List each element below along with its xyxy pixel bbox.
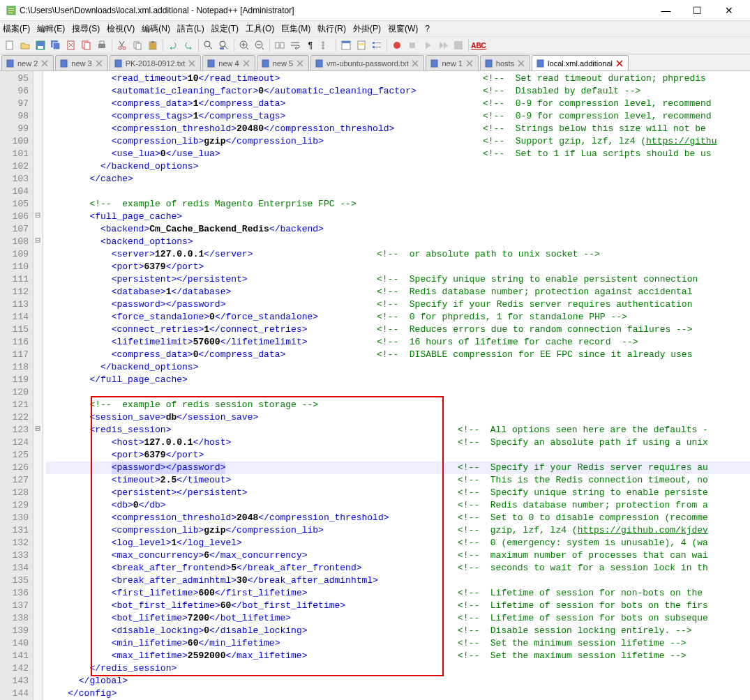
code-line[interactable]: </full_page_cache> (46, 374, 750, 386)
fold-gutter[interactable]: ⊟⊟⊟ (33, 71, 43, 700)
code-line[interactable]: <port>6379</port> (46, 261, 750, 273)
code-line[interactable]: </global> (46, 675, 750, 687)
minimize-button[interactable]: — (650, 1, 682, 20)
code-line[interactable]: <compress_data>0</compress_data><!-- DIS… (46, 349, 750, 361)
code-line[interactable]: <redis_session><!-- All options seen her… (46, 424, 750, 436)
zoom-in-icon[interactable] (237, 38, 251, 52)
menu-item[interactable]: 編碼(N) (142, 23, 170, 35)
undo-icon[interactable] (166, 38, 180, 52)
tab[interactable]: new 2 (1, 55, 54, 70)
code-line[interactable]: <backend>Cm_Cache_Backend_Redis</backend… (46, 223, 750, 236)
tab[interactable]: local.xml.additional (532, 55, 629, 70)
code-line[interactable]: <compression_lib>gzip</compression_lib><… (46, 135, 750, 148)
code-line[interactable]: <full_page_cache> (46, 211, 750, 223)
code-line[interactable]: </backend_options> (46, 361, 750, 374)
code-line[interactable]: <host>127.0.0.1</host><!-- Specify an ab… (46, 436, 750, 449)
code-line[interactable]: <password></password><!-- Specify if you… (46, 462, 750, 474)
replace-icon[interactable] (217, 38, 231, 52)
code-line[interactable]: <break_after_adminhtml>30</break_after_a… (46, 575, 750, 587)
code-line[interactable]: <use_lua>0</use_lua><!-- Set to 1 if Lua… (46, 148, 750, 160)
code-line[interactable]: <first_lifetime>600</first_lifetime><!--… (46, 587, 750, 600)
print-icon[interactable] (95, 38, 109, 52)
code-line[interactable]: <compression_threshold>2048</compression… (46, 512, 750, 524)
code-line[interactable]: </redis_session> (46, 662, 750, 675)
menu-item[interactable]: 設定(T) (211, 23, 239, 35)
fold-handle[interactable]: ⊟ (33, 209, 43, 222)
tab[interactable]: PK-2018-0912.txt (110, 55, 202, 70)
code-line[interactable] (46, 185, 750, 198)
menu-item[interactable]: 搜尋(S) (72, 23, 100, 35)
menu-item[interactable]: 檢視(V) (107, 23, 135, 35)
tab[interactable]: new 1 (426, 55, 478, 70)
code-line[interactable]: <connect_retries>1</connect_retries><!--… (46, 324, 750, 336)
code-line[interactable]: <server>127.0.0.1</server><!-- or absolu… (46, 248, 750, 261)
paste-icon[interactable] (146, 38, 160, 52)
copy-icon[interactable] (130, 38, 144, 52)
code-line[interactable] (46, 386, 750, 399)
close-file-icon[interactable] (64, 38, 78, 52)
sync-scroll-icon[interactable] (273, 38, 287, 52)
tab[interactable]: new 3 (55, 55, 107, 70)
fold-handle[interactable]: ⊟ (33, 234, 43, 247)
close-tab-icon[interactable] (465, 59, 474, 68)
close-tab-icon[interactable] (40, 59, 49, 68)
code-line[interactable]: </cache> (46, 173, 750, 185)
close-tab-icon[interactable] (517, 59, 525, 68)
code-line[interactable]: <max_lifetime>2592000</max_lifetime><!--… (46, 650, 750, 662)
code-line[interactable]: <!-- example of redis session storage --… (46, 399, 750, 411)
new-file-icon[interactable] (3, 38, 17, 52)
close-all-icon[interactable] (80, 38, 93, 52)
open-file-icon[interactable] (18, 38, 32, 52)
macro-save-icon[interactable] (451, 38, 465, 52)
code-line[interactable]: </backend_options> (46, 160, 750, 173)
close-tab-icon[interactable] (296, 59, 304, 68)
code-line[interactable]: <automatic_cleaning_factor>0</automatic_… (46, 85, 750, 98)
zoom-out-icon[interactable] (253, 38, 267, 52)
save-icon[interactable] (33, 38, 47, 52)
close-tab-icon[interactable] (188, 59, 196, 68)
code-line[interactable]: <session_save>db</session_save> (46, 411, 750, 424)
function-list-icon[interactable] (370, 38, 384, 52)
code-line[interactable]: <break_after_frontend>5</break_after_fro… (46, 562, 750, 575)
macro-play-multi-icon[interactable] (436, 38, 450, 52)
code-line[interactable]: <compress_data>1</compress_data><!-- 0-9… (46, 98, 750, 110)
menu-item[interactable]: 編輯(E) (37, 23, 65, 35)
code-line[interactable]: <bot_lifetime>7200</bot_lifetime><!-- Li… (46, 612, 750, 625)
code-line[interactable]: <port>6379</port> (46, 449, 750, 462)
menu-item[interactable]: 外掛(P) (353, 23, 381, 35)
code-line[interactable]: <persistent></persistent><!-- Specify un… (46, 487, 750, 499)
code-line[interactable]: <compression_threshold>20480</compressio… (46, 123, 750, 135)
menu-item[interactable]: 檔案(F) (3, 23, 30, 35)
menu-item[interactable]: 語言(L) (177, 23, 204, 35)
code-area[interactable]: <read_timeout>10</read_timeout><!-- Set … (43, 71, 750, 700)
code-line[interactable]: <compress_tags>1</compress_tags><!-- 0-9… (46, 110, 750, 123)
menu-item[interactable]: ? (425, 24, 430, 33)
folder-as-workspace-icon[interactable] (339, 38, 353, 52)
close-button[interactable]: ✕ (713, 1, 744, 20)
code-line[interactable]: </config> (46, 687, 750, 700)
close-tab-icon[interactable] (95, 59, 103, 68)
code-line[interactable]: <log_level>1</log_level><!-- 0 (emergenc… (46, 537, 750, 549)
menu-item[interactable]: 巨集(M) (281, 23, 310, 35)
code-line[interactable]: <!-- example of redis Magento Enterprise… (46, 198, 750, 211)
find-icon[interactable] (202, 38, 216, 52)
close-tab-icon[interactable] (242, 59, 250, 68)
tab[interactable]: vm-ubuntu-password.txt (310, 55, 424, 70)
code-line[interactable]: <persistent></persistent><!-- Specify un… (46, 273, 750, 286)
macro-record-icon[interactable] (390, 38, 404, 52)
cut-icon[interactable] (115, 38, 129, 52)
close-tab-icon[interactable] (411, 59, 419, 68)
code-line[interactable]: <compression_lib>gzip</compression_lib><… (46, 524, 750, 537)
maximize-button[interactable]: ☐ (682, 1, 713, 20)
macro-stop-icon[interactable] (405, 38, 419, 52)
indent-guide-icon[interactable] (319, 38, 333, 52)
code-line[interactable]: <force_standalone>0</force_standalone><!… (46, 311, 750, 324)
close-tab-icon[interactable] (615, 59, 624, 68)
menu-item[interactable]: 執行(R) (317, 23, 346, 35)
code-line[interactable]: <backend_options> (46, 236, 750, 248)
spell-check-icon[interactable]: ABC (472, 38, 486, 52)
code-line[interactable]: <read_timeout>10</read_timeout><!-- Set … (46, 73, 750, 85)
menu-item[interactable]: 視窗(W) (388, 23, 418, 35)
editor[interactable]: 9596979899100101102103104105106107108109… (0, 71, 750, 700)
word-wrap-icon[interactable] (288, 38, 302, 52)
